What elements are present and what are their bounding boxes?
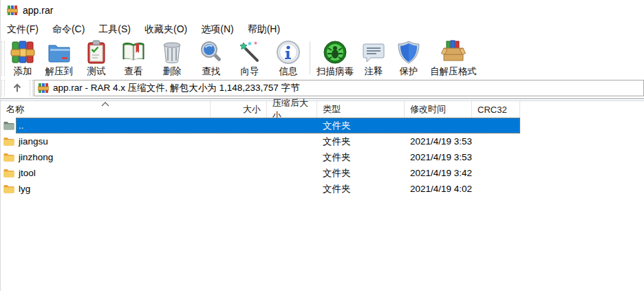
file-row-jinzhong[interactable]: jinzhong 文件夹 2021/4/19 3:53 bbox=[1, 149, 644, 165]
toolbar-separator bbox=[310, 41, 310, 74]
protect-button[interactable]: 保护 bbox=[389, 39, 429, 78]
comment-bubble-icon bbox=[361, 40, 386, 65]
sfx-button[interactable]: 自解压格式 bbox=[429, 39, 478, 78]
up-folder-icon bbox=[3, 121, 14, 130]
menu-options[interactable]: 选项(N) bbox=[196, 22, 238, 37]
up-arrow-icon bbox=[12, 83, 23, 94]
column-header-type[interactable]: 类型 bbox=[317, 101, 405, 118]
file-row-parent-dir[interactable]: .. 文件夹 bbox=[1, 118, 644, 133]
view-button[interactable]: 查看 bbox=[114, 39, 153, 78]
trash-icon bbox=[160, 40, 184, 65]
extract-to-button[interactable]: 解压到 bbox=[40, 39, 78, 78]
file-row-jtool[interactable]: jtool 文件夹 2021/4/19 3:42 bbox=[1, 165, 644, 181]
scan-virus-button[interactable]: 扫描病毒 bbox=[312, 39, 358, 78]
up-directory-button[interactable] bbox=[7, 79, 28, 97]
winrar-app-icon bbox=[7, 5, 18, 16]
wizard-button[interactable]: 向导 bbox=[231, 39, 268, 78]
address-bar: app.rar - RAR 4.x 压缩文件, 解包大小为 1,148,233,… bbox=[1, 78, 644, 98]
view-book-icon bbox=[121, 40, 146, 65]
toolbar-gripper[interactable] bbox=[1, 41, 5, 76]
sort-asc-icon bbox=[101, 102, 109, 107]
extract-folder-icon bbox=[47, 40, 72, 65]
addressfield-gripper[interactable] bbox=[30, 80, 33, 96]
folder-icon bbox=[3, 153, 14, 162]
folder-icon bbox=[3, 169, 14, 177]
folder-icon bbox=[3, 137, 14, 146]
file-list: .. 文件夹 jiangsu 文件夹 2021/4/19 3:53 jinzho… bbox=[1, 118, 644, 197]
column-header-modified[interactable]: 修改时间 bbox=[405, 101, 472, 118]
virus-scan-icon bbox=[323, 40, 347, 65]
winrar-mini-icon bbox=[38, 83, 49, 94]
file-row-jiangsu[interactable]: jiangsu 文件夹 2021/4/19 3:53 bbox=[1, 133, 644, 149]
sfx-box-icon bbox=[441, 40, 466, 65]
delete-button[interactable]: 删除 bbox=[153, 39, 191, 78]
title-bar: app.rar bbox=[1, 0, 644, 21]
column-header-crc32[interactable]: CRC32 bbox=[472, 101, 520, 118]
magic-wand-icon bbox=[237, 40, 262, 65]
archive-info-text: app.rar - RAR 4.x 压缩文件, 解包大小为 1,148,233,… bbox=[53, 82, 300, 94]
find-button[interactable]: 查找 bbox=[191, 39, 231, 78]
archive-path-field[interactable]: app.rar - RAR 4.x 压缩文件, 解包大小为 1,148,233,… bbox=[34, 80, 644, 96]
menu-bar: 文件(F) 命令(C) 工具(S) 收藏夹(O) 选项(N) 帮助(H) bbox=[1, 21, 644, 38]
winrar-window: app.rar 文件(F) 命令(C) 工具(S) 收藏夹(O) 选项(N) 帮… bbox=[0, 0, 644, 291]
column-header-packed[interactable]: 压缩后大小 bbox=[267, 101, 317, 118]
shield-icon bbox=[396, 40, 421, 65]
folder-icon bbox=[3, 184, 14, 193]
winrar-books-icon bbox=[10, 40, 35, 65]
column-header-size[interactable]: 大小 bbox=[211, 101, 267, 118]
menu-tools[interactable]: 工具(S) bbox=[94, 22, 136, 37]
menu-file[interactable]: 文件(F) bbox=[2, 22, 43, 37]
column-header-row: 名称 大小 压缩后大小 类型 修改时间 CRC32 bbox=[1, 101, 644, 118]
menu-help[interactable]: 帮助(H) bbox=[243, 22, 285, 37]
add-button[interactable]: 添加 bbox=[6, 39, 40, 78]
menu-favorites[interactable]: 收藏夹(O) bbox=[140, 22, 192, 37]
comment-button[interactable]: 注释 bbox=[358, 39, 389, 78]
info-button[interactable]: 信息 bbox=[268, 39, 308, 78]
magnifier-icon bbox=[199, 40, 224, 65]
menu-commands[interactable]: 命令(C) bbox=[47, 22, 89, 37]
info-circle-icon bbox=[276, 40, 301, 65]
file-row-lyg[interactable]: lyg 文件夹 2021/4/19 4:02 bbox=[1, 181, 644, 197]
window-title: app.rar bbox=[23, 5, 53, 16]
test-clipboard-icon bbox=[84, 40, 109, 65]
addressbar-gripper[interactable] bbox=[1, 80, 5, 96]
toolbar: 添加 解压到 测试 bbox=[1, 38, 644, 78]
test-button[interactable]: 测试 bbox=[78, 39, 114, 78]
